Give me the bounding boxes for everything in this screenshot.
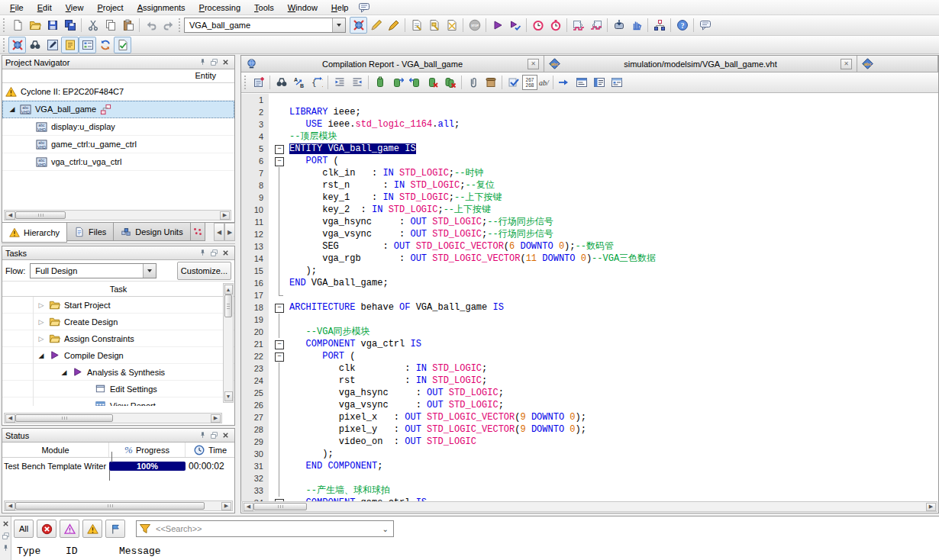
toolbar-doc-assign-1-button[interactable] (408, 17, 425, 34)
menu-project[interactable]: Project (90, 1, 130, 14)
menu-edit[interactable]: Edit (31, 1, 59, 14)
code-line-29[interactable]: 29 video_on : OUT STD_LOGIC (241, 436, 938, 448)
menu-window[interactable]: Window (281, 1, 324, 14)
task-edit-settings[interactable]: Edit Settings (2, 381, 234, 397)
filter-error-circle-button[interactable] (37, 520, 56, 538)
editor-doc-new-star-button[interactable] (250, 74, 267, 91)
editor-indent-button[interactable] (331, 74, 348, 91)
toolbar-help-button[interactable]: ? (673, 17, 691, 34)
panel-close-button[interactable] (220, 56, 231, 67)
panel-float-button[interactable] (208, 56, 220, 67)
expander-closed-icon[interactable]: ▷ (37, 335, 45, 343)
customize-button[interactable]: Customize... (177, 262, 231, 280)
code-line-25[interactable]: 25 vga_hsync : OUT STD_LOGIC; (241, 387, 938, 399)
code-line-19[interactable]: 19 (241, 314, 938, 326)
tasks-vscrollbar[interactable]: ▲ ▼ (223, 283, 234, 403)
task-assign-constraints[interactable]: ▷Assign Constraints (2, 330, 234, 347)
editor-replace-ab-button[interactable]: AB (290, 74, 308, 91)
scroll-left-arrow[interactable]: ◀ (5, 211, 15, 220)
tree-row-display-u-display[interactable]: abcVHDdisplay:u_display (2, 118, 234, 136)
menu-view[interactable]: View (59, 1, 91, 14)
panel-close-button[interactable] (220, 430, 231, 440)
scroll-left-arrow[interactable]: ◀ (5, 414, 15, 423)
toolbar-play-check-button[interactable] (506, 17, 524, 34)
code-line-9[interactable]: 9 key_1 : IN STD_LOGIC;--上下按键 (241, 191, 938, 204)
toolbar-waveform-2-button[interactable] (587, 17, 605, 34)
code-line-14[interactable]: 14 vga_rgb : OUT STD_LOGIC_VECTOR(11 DOW… (241, 253, 938, 265)
chevron-down-icon[interactable]: ⌄ (378, 525, 393, 533)
editor-binoculars-button[interactable] (273, 74, 290, 91)
panel-pin-button[interactable] (197, 56, 208, 67)
toolbar-feedback-bubble-button[interactable] (696, 17, 714, 34)
toolbar2-refresh-button[interactable] (96, 37, 114, 53)
scroll-thumb[interactable] (224, 294, 232, 317)
editor-analyze-check-button[interactable] (505, 74, 522, 91)
toolbar-doc-assign-3-button[interactable] (443, 17, 460, 34)
messages-search-box[interactable]: <<Search>> ⌄ (136, 520, 394, 537)
tree-row-game-ctrl-u-game-ctrl[interactable]: abcVHDgame_ctrl:u_game_ctrl (2, 136, 234, 153)
panel-pin-button[interactable] (197, 247, 208, 258)
tab-close-button[interactable]: ✕ (841, 59, 852, 69)
fold-minus-marker[interactable] (273, 338, 286, 350)
menu-feedback-bubble-button[interactable] (356, 0, 373, 16)
code-line-21[interactable]: 21 COMPONENT vga_ctrl IS (241, 338, 938, 350)
scroll-right-arrow[interactable]: ▶ (211, 414, 221, 423)
scroll-left-arrow[interactable]: ◀ (5, 502, 15, 510)
toolbar2-pen-square-button[interactable] (44, 37, 61, 53)
toolbar-clock-pink-button[interactable] (529, 17, 547, 34)
editor-braces-goto-button[interactable]: { } (308, 74, 325, 91)
code-line-10[interactable]: 10 key_2 : IN STD_LOGIC;--上下按键 (241, 204, 938, 216)
toolbar-new-button[interactable] (8, 17, 26, 34)
menu-tools[interactable]: Tools (247, 1, 281, 14)
editor-bookmark-delete-button[interactable] (424, 74, 441, 91)
editor-bookmark-next-button[interactable] (389, 74, 406, 91)
code-line-5[interactable]: 5ENTITY VGA_ball_game IS (241, 143, 938, 155)
code-line-18[interactable]: 18ARCHITECTURE behave OF VGA_ball_game I… (241, 301, 938, 314)
menu-assignments[interactable]: Assignments (131, 1, 192, 14)
toolbar-open-button[interactable] (26, 17, 44, 34)
menu-file[interactable]: File (3, 1, 31, 14)
code-line-11[interactable]: 11 vga_hsync : OUT STD_LOGIC;--行场同步信号 (241, 216, 938, 228)
filter-info-flag-button[interactable] (105, 520, 125, 538)
editor-bookmark-button[interactable] (371, 74, 389, 91)
toolbar-cut-button[interactable] (84, 17, 102, 34)
expander-open-icon[interactable]: ◢ (8, 105, 16, 113)
code-line-1[interactable]: 1 (241, 94, 938, 106)
code-line-33[interactable]: 33 --产生墙、球和球拍 (241, 484, 938, 497)
toolbar-programmer-button[interactable] (610, 17, 628, 34)
tab-design-units[interactable]: Design Units (113, 223, 190, 241)
code-line-26[interactable]: 26 vga_vsync : OUT STD_LOGIC; (241, 399, 938, 411)
fold-minus-marker[interactable] (273, 155, 286, 167)
editor-tab-compilation-report-vga-ball-game[interactable]: Compilation Report - VGA_ball_game✕ (241, 56, 544, 72)
scroll-right-arrow[interactable]: ▶ (926, 503, 936, 511)
toolbar-hierarchy-tree-button[interactable] (650, 17, 668, 34)
toolbar-redo-button[interactable] (160, 17, 177, 34)
toolbar-copy-button[interactable] (102, 17, 119, 34)
scroll-thumb[interactable] (15, 414, 113, 422)
filter-all-button[interactable]: All (14, 520, 34, 538)
menu-processing[interactable]: Processing (192, 1, 247, 14)
code-line-16[interactable]: 16END VGA_ball_game; (241, 277, 938, 289)
toolbar2-note-button[interactable] (61, 37, 79, 53)
toolbar2-binoculars-button[interactable] (26, 37, 44, 53)
toolbar-globe-settings-button[interactable] (350, 17, 367, 34)
editor-bookmark-prev-button[interactable] (406, 74, 424, 91)
scroll-up-arrow[interactable]: ▲ (224, 285, 233, 294)
task-start-project[interactable]: ▷Start Project (2, 297, 234, 314)
project-select-dropdown-button[interactable] (332, 18, 345, 32)
panel-float-button[interactable] (208, 430, 220, 440)
tree-row-vga-ctrl-u-vga-ctrl[interactable]: abcVHDvga_ctrl:u_vga_ctrl (2, 153, 234, 171)
editor-tab-extra[interactable]: abc (857, 56, 938, 72)
code-line-15[interactable]: 15 ); (241, 265, 938, 277)
editor-block-list-3-button[interactable] (608, 74, 626, 91)
toolbar-pencil-yellow-button[interactable] (367, 17, 385, 34)
toolbar-doc-assign-2-button[interactable] (425, 17, 443, 34)
code-line-24[interactable]: 24 rst : IN STD_LOGIC; (241, 375, 938, 387)
editor-goto-arrow-button[interactable] (556, 74, 573, 91)
toolbar-saveall-button[interactable] (61, 17, 79, 34)
project-select[interactable]: VGA_ball_game (184, 18, 346, 33)
code-line-27[interactable]: 27 pixel_x : OUT STD_LOGIC_VECTOR(9 DOWN… (241, 411, 938, 423)
messages-close-button[interactable] (0, 518, 11, 529)
toolbar-stopwatch-pink-button[interactable] (547, 17, 564, 34)
code-line-31[interactable]: 31 END COMPONENT; (241, 460, 938, 472)
